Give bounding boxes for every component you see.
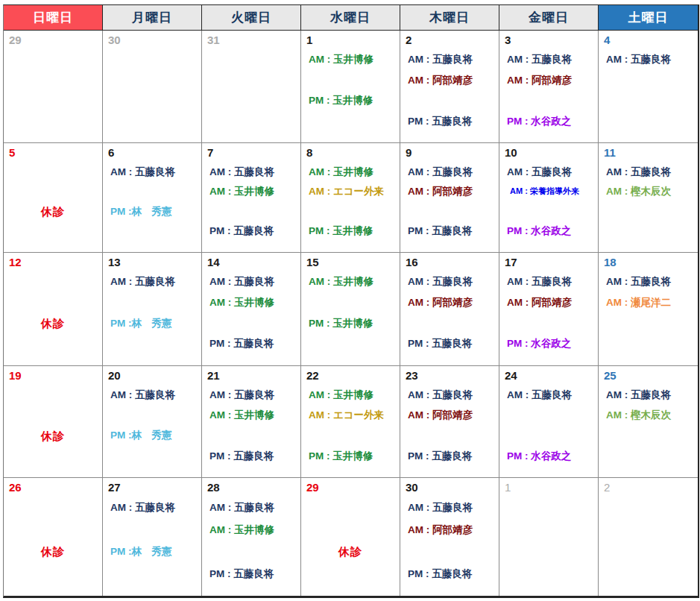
header-cell-saturday: 土曜日: [599, 5, 698, 30]
schedule-entry: AM : 五藤良将: [202, 167, 274, 177]
schedule-entry: AM : 阿部靖彦: [400, 186, 473, 197]
closed-label: 休診: [338, 546, 362, 557]
day-number: 27: [103, 478, 201, 494]
closed-label: 休診: [41, 318, 65, 329]
day-schedule-slots: [499, 497, 598, 585]
day-number: 31: [202, 31, 300, 47]
day-number: 14: [202, 253, 300, 269]
day-number: 2: [599, 478, 698, 494]
schedule-entry: AM : エコー外来: [301, 186, 384, 197]
day-schedule-slots: 休診: [4, 385, 102, 466]
schedule-entry: PM : 五藤良将: [202, 339, 274, 349]
closed-label: 休診: [41, 430, 65, 441]
schedule-entry: PM :林 秀憲: [103, 547, 172, 557]
schedule-entry: AM : 五藤良将: [202, 503, 274, 513]
day-number: 23: [400, 366, 499, 383]
day-cell: 24AM : 五藤良将PM : 水谷政之: [499, 366, 599, 478]
schedule-entry: AM : 樫木辰次: [599, 186, 671, 197]
day-number: 1: [301, 31, 400, 47]
day-cell: 22AM : 玉井博修AM : エコー外来PM : 玉井博修: [301, 366, 400, 478]
day-cell: 1: [499, 478, 599, 596]
day-number: 5: [4, 143, 102, 160]
day-schedule-slots: AM : 玉井博修AM : エコー外来PM : 玉井博修: [301, 162, 400, 241]
schedule-entry: AM : 五藤良将: [599, 167, 671, 177]
day-number: 13: [103, 253, 201, 269]
day-number: 22: [301, 366, 400, 383]
day-schedule-slots: [202, 49, 300, 131]
schedule-entry: PM : 五藤良将: [400, 339, 472, 349]
day-cell: 2AM : 五藤良将AM : 阿部靖彦PM : 五藤良将: [400, 31, 499, 143]
schedule-entry: AM : 五藤良将: [103, 277, 175, 287]
schedule-entry: AM : 阿部靖彦: [400, 75, 473, 86]
day-schedule-slots: AM : 五藤良将AM : 瀬尾洋二: [599, 271, 698, 354]
day-number: 8: [301, 143, 400, 160]
day-cell: 15AM : 玉井博修PM : 玉井博修: [301, 253, 400, 366]
schedule-entry: PM :林 秀憲: [103, 207, 172, 217]
schedule-entry: PM :林 秀憲: [103, 430, 172, 441]
day-cell: 18AM : 五藤良将AM : 瀬尾洋二: [599, 253, 698, 366]
header-cell-wednesday: 水曜日: [301, 5, 400, 30]
day-cell: 17AM : 五藤良将AM : 阿部靖彦PM : 水谷政之: [499, 253, 599, 366]
day-number: 16: [400, 253, 499, 269]
day-cell: 28AM : 五藤良将AM : 玉井博修PM : 五藤良将: [202, 478, 301, 596]
schedule-entry: AM : 五藤良将: [499, 390, 572, 400]
header-cell-monday: 月曜日: [103, 5, 202, 30]
day-number: 28: [202, 478, 300, 494]
day-schedule-slots: AM : 五藤良将PM :林 秀憲: [103, 162, 201, 241]
day-cell: 25AM : 五藤良将AM : 樫木辰次: [599, 366, 698, 478]
schedule-entry: AM : 玉井博修: [202, 410, 274, 421]
schedule-entry: AM : 五藤良将: [400, 503, 473, 513]
day-number: 3: [499, 31, 598, 47]
day-schedule-slots: [103, 49, 201, 131]
schedule-entry: AM : 五藤良将: [499, 277, 572, 287]
day-number: 4: [599, 31, 698, 47]
day-schedule-slots: 休診: [4, 271, 102, 354]
schedule-entry: PM : 五藤良将: [400, 226, 472, 236]
schedule-entry: PM : 五藤良将: [400, 569, 472, 579]
schedule-entry: AM : 玉井博修: [202, 298, 274, 308]
day-cell: 9AM : 五藤良将AM : 阿部靖彦PM : 五藤良将: [400, 143, 499, 253]
day-number: 12: [4, 253, 102, 269]
calendar-body: 2930311AM : 玉井博修PM : 玉井博修2AM : 五藤良将AM : …: [4, 31, 698, 596]
day-schedule-slots: AM : 玉井博修PM : 玉井博修: [301, 271, 400, 354]
day-schedule-slots: AM : 五藤良将: [599, 49, 698, 131]
day-schedule-slots: AM : 玉井博修PM : 玉井博修: [301, 49, 400, 131]
day-number: 26: [4, 478, 102, 494]
schedule-entry: AM : 玉井博修: [202, 525, 274, 535]
day-number: 30: [103, 31, 201, 47]
day-number: 29: [4, 31, 102, 47]
schedule-entry: PM : 水谷政之: [499, 226, 571, 236]
day-schedule-slots: AM : 五藤良将AM : 玉井博修PM : 五藤良将: [202, 497, 300, 585]
schedule-entry: AM : 玉井博修: [301, 167, 373, 177]
day-number: 30: [400, 478, 499, 494]
day-number: 2: [400, 31, 499, 47]
day-schedule-slots: AM : 五藤良将AM : 阿部靖彦PM : 五藤良将: [400, 162, 499, 241]
schedule-entry: PM : 五藤良将: [400, 451, 472, 462]
schedule-entry: AM : 阿部靖彦: [499, 298, 572, 308]
day-schedule-slots: AM : 五藤良将PM : 水谷政之: [499, 385, 598, 466]
day-schedule-slots: AM : 五藤良将AM : 玉井博修PM : 五藤良将: [202, 162, 300, 241]
day-cell: 14AM : 五藤良将AM : 玉井博修PM : 五藤良将: [202, 253, 301, 366]
day-schedule-slots: AM : 五藤良将AM : 樫木辰次: [599, 162, 698, 241]
day-cell: 7AM : 五藤良将AM : 玉井博修PM : 五藤良将: [202, 143, 301, 253]
day-number: 20: [103, 366, 201, 383]
schedule-entry: AM : 樫木辰次: [599, 410, 671, 421]
day-schedule-slots: AM : 五藤良将PM :林 秀憲: [103, 271, 201, 354]
day-schedule-slots: AM : 五藤良将AM : 阿部靖彦PM : 水谷政之: [499, 49, 598, 131]
day-cell: 1AM : 玉井博修PM : 玉井博修: [301, 31, 400, 143]
day-cell: 3AM : 五藤良将AM : 阿部靖彦PM : 水谷政之: [499, 31, 599, 143]
day-cell: 29: [4, 31, 103, 143]
day-schedule-slots: AM : 五藤良将AM : 阿部靖彦PM : 五藤良将: [400, 385, 499, 466]
day-number: 18: [599, 253, 698, 269]
day-schedule-slots: AM : 五藤良将AM : 阿部靖彦PM : 五藤良将: [400, 271, 499, 354]
day-cell: 8AM : 玉井博修AM : エコー外来PM : 玉井博修: [301, 143, 400, 253]
schedule-entry: AM : 玉井博修: [202, 186, 274, 197]
schedule-entry: PM :林 秀憲: [103, 318, 172, 329]
schedule-entry: AM : 五藤良将: [599, 54, 671, 65]
day-cell: 30: [103, 31, 202, 143]
header-cell-tuesday: 火曜日: [202, 5, 301, 30]
day-number: 11: [599, 143, 698, 160]
day-cell: 27AM : 五藤良将PM :林 秀憲: [103, 478, 202, 596]
day-cell: 11AM : 五藤良将AM : 樫木辰次: [599, 143, 698, 253]
day-schedule-slots: AM : 五藤良将PM :林 秀憲: [103, 497, 201, 585]
